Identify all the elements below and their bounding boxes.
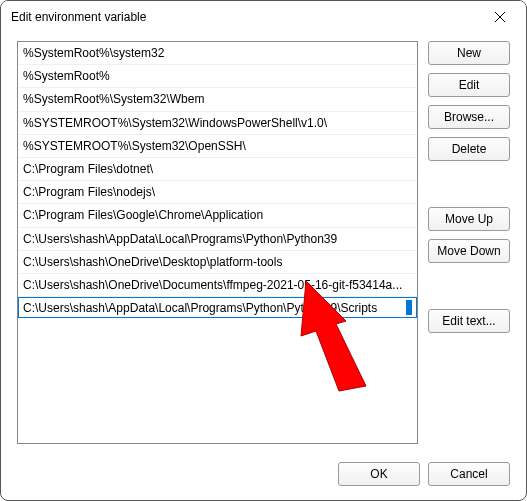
list-item[interactable]: C:\Users\shash\OneDrive\Documents\ffmpeg… <box>18 274 417 297</box>
path-listbox[interactable]: %SystemRoot%\system32 %SystemRoot% %Syst… <box>17 41 418 444</box>
close-button[interactable] <box>480 3 520 31</box>
content-area: %SystemRoot%\system32 %SystemRoot% %Syst… <box>17 41 510 444</box>
side-button-panel: New Edit Browse... Delete Move Up Move D… <box>428 41 510 444</box>
spacer <box>428 169 510 199</box>
list-item[interactable]: %SystemRoot% <box>18 65 417 88</box>
browse-button[interactable]: Browse... <box>428 105 510 129</box>
titlebar: Edit environment variable <box>1 1 526 33</box>
list-item[interactable]: C:\Program Files\dotnet\ <box>18 158 417 181</box>
close-icon <box>495 12 505 22</box>
text-cursor <box>406 300 412 315</box>
new-button[interactable]: New <box>428 41 510 65</box>
list-item[interactable]: C:\Program Files\nodejs\ <box>18 181 417 204</box>
path-edit-input[interactable] <box>23 301 405 315</box>
list-item[interactable]: %SystemRoot%\system32 <box>18 42 417 65</box>
delete-button[interactable]: Delete <box>428 137 510 161</box>
ok-button[interactable]: OK <box>338 462 420 486</box>
edit-text-button[interactable]: Edit text... <box>428 309 510 333</box>
list-item[interactable]: %SystemRoot%\System32\Wbem <box>18 88 417 111</box>
list-item[interactable]: C:\Users\shash\OneDrive\Desktop\platform… <box>18 251 417 274</box>
list-item[interactable]: C:\Program Files\Google\Chrome\Applicati… <box>18 204 417 227</box>
list-item[interactable]: %SYSTEMROOT%\System32\OpenSSH\ <box>18 135 417 158</box>
move-up-button[interactable]: Move Up <box>428 207 510 231</box>
edit-button[interactable]: Edit <box>428 73 510 97</box>
move-down-button[interactable]: Move Down <box>428 239 510 263</box>
list-item[interactable]: C:\Users\shash\AppData\Local\Programs\Py… <box>18 228 417 251</box>
list-item-editing[interactable] <box>18 297 417 318</box>
list-item[interactable]: %SYSTEMROOT%\System32\WindowsPowerShell\… <box>18 112 417 135</box>
dialog-footer: OK Cancel <box>338 462 510 486</box>
cancel-button[interactable]: Cancel <box>428 462 510 486</box>
spacer <box>428 271 510 301</box>
window-title: Edit environment variable <box>11 10 480 24</box>
